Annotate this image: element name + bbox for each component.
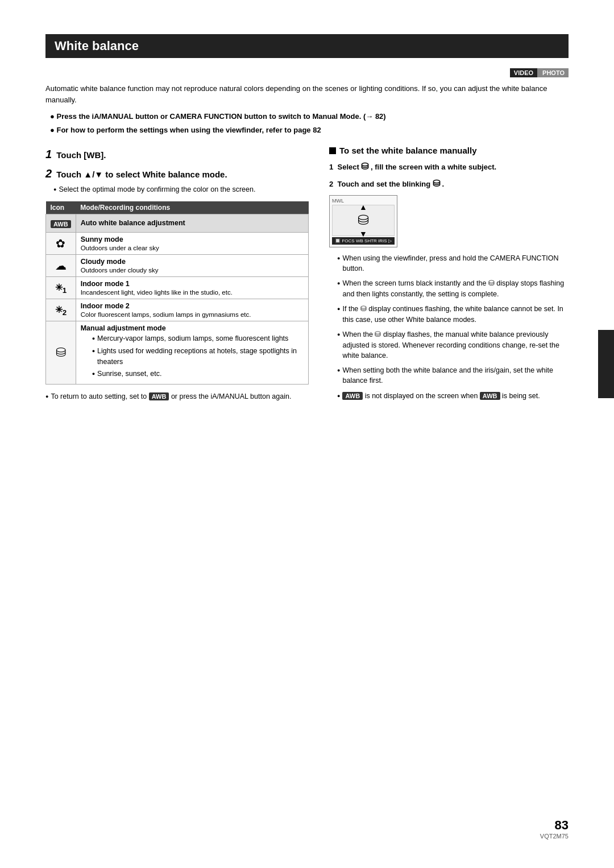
right-bullet-3: If the ⛁ display continues flashing, the… <box>337 304 569 325</box>
table-row: AWB Auto white balance adjustment <box>46 214 309 233</box>
step-2: 2 Touch ▲/▼ to select White balance mode… <box>45 165 309 182</box>
video-badge: VIDEO <box>510 68 537 77</box>
step-1: 1 Touch [WB]. <box>45 146 309 163</box>
icon-cell-indoor1: ✳1 <box>46 277 76 299</box>
right-bullet-1: When using the viewfinder, press and hol… <box>337 253 569 274</box>
title-text: White balance <box>55 39 139 53</box>
right-column: To set the white balance manually 1 Sele… <box>329 146 569 406</box>
page-number: 83 <box>540 818 569 833</box>
table-header-icon: Icon <box>46 201 76 214</box>
table-row: ✳2 Indoor mode 2 Color fluorescent lamps… <box>46 299 309 321</box>
white-balance-table: Icon Mode/Recording conditions AWB Auto … <box>45 201 309 385</box>
intro-text: Automatic white balance function may not… <box>45 83 569 105</box>
mode-cell-sunny: Sunny mode Outdoors under a clear sky <box>76 233 308 255</box>
table-row: ☁ Cloudy mode Outdoors under cloudy sky <box>46 255 309 277</box>
camera-bottom-bar: 🔲 FOCS WB SHTR IRIS ▷ <box>332 237 395 245</box>
table-header-mode: Mode/Recording conditions <box>76 201 308 214</box>
icon-cell-indoor2: ✳2 <box>46 299 76 321</box>
badge-row: VIDEO PHOTO <box>45 68 569 77</box>
black-square-icon <box>329 147 336 154</box>
mode-cell-indoor2: Indoor mode 2 Color fluorescent lamps, s… <box>76 299 308 321</box>
table-row: ⛁ Manual adjustment mode Mercury-vapor l… <box>46 321 309 385</box>
table-row: ✿ Sunny mode Outdoors under a clear sky <box>46 233 309 255</box>
icon-cell-cloudy: ☁ <box>46 255 76 277</box>
page-code: VQT2M75 <box>540 833 569 840</box>
photo-badge: PHOTO <box>538 68 569 77</box>
mode-cell-cloudy: Cloudy mode Outdoors under cloudy sky <box>76 255 308 277</box>
icon-cell-manual: ⛁ <box>46 321 76 385</box>
camera-screen-mockup: MWL ▲ ⛁ ▼ 🔲 FOCS WB SHTR IRIS ▷ <box>329 195 397 247</box>
step2-bullet: Select the optimal mode by confirming th… <box>53 184 309 195</box>
right-bullet-6: AWB is not displayed on the screen when … <box>337 391 569 401</box>
right-bullet-5: When setting both the white balance and … <box>337 365 569 386</box>
left-column: 1 Touch [WB]. 2 Touch ▲/▼ to select Whit… <box>45 146 309 406</box>
mode-cell-awb: Auto white balance adjustment <box>76 214 308 233</box>
page-footer: 83 VQT2M75 <box>540 818 569 840</box>
two-column-layout: 1 Touch [WB]. 2 Touch ▲/▼ to select Whit… <box>45 146 569 406</box>
mode-cell-indoor1: Indoor mode 1 Incandescent light, video … <box>76 277 308 299</box>
right-step-2: 2 Touch and set the blinking ⛁ . <box>329 177 569 191</box>
icon-cell-sunny: ✿ <box>46 233 76 255</box>
right-bullet-4: When the ⛁ display flashes, the manual w… <box>337 329 569 361</box>
camera-wb-icon: ⛁ <box>358 212 369 228</box>
right-bullet-2: When the screen turns black instantly an… <box>337 278 569 299</box>
bullet-viewfinder: ● For how to perform the settings when u… <box>50 125 569 136</box>
mode-cell-manual: Manual adjustment mode Mercury-vapor lam… <box>76 321 308 385</box>
right-tab <box>598 330 614 398</box>
page-content: White balance VIDEO PHOTO Automatic whit… <box>0 0 614 451</box>
right-step-1: 1 Select ⛁ , fill the screen with a whit… <box>329 160 569 173</box>
right-section-title: To set the white balance manually <box>329 146 569 155</box>
section-title: White balance <box>45 34 569 58</box>
icon-cell-awb: AWB <box>46 214 76 233</box>
table-row: ✳1 Indoor mode 1 Incandescent light, vid… <box>46 277 309 299</box>
bullet-manual-mode: ● Press the iA/MANUAL button or CAMERA F… <box>50 111 569 122</box>
camera-arrow-down-icon: ▼ <box>359 229 367 238</box>
table-bottom-note: To return to auto setting, set to AWB or… <box>45 391 309 402</box>
camera-arrow-up-icon: ▲ <box>359 203 367 211</box>
